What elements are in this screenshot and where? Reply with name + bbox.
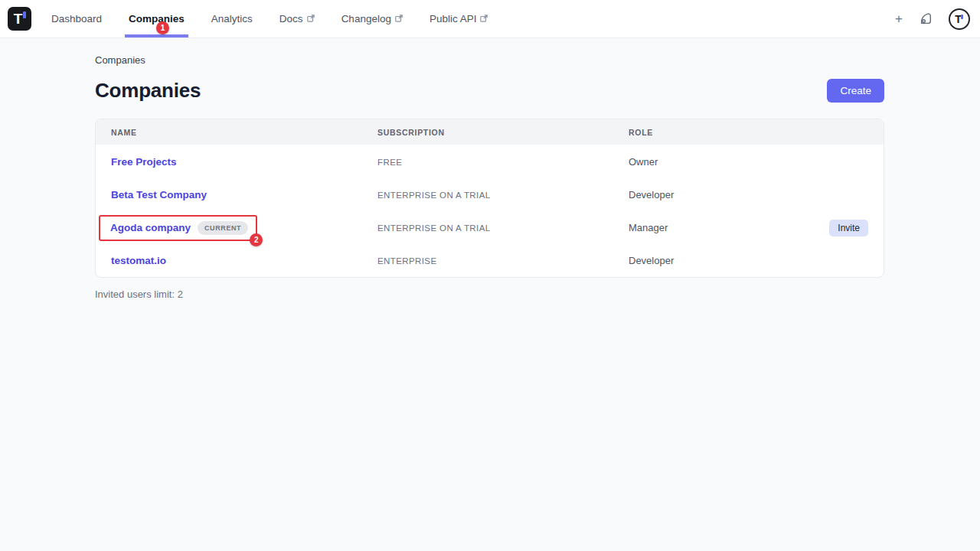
nav-item-companies[interactable]: Companies — [129, 0, 185, 37]
top-navigation: T Dashboard Companies Analytics Docs Cha… — [0, 0, 980, 38]
name-cell: Beta Test Company — [111, 189, 377, 201]
annotation-step-2: 2 — [250, 233, 263, 246]
page-title: Companies — [95, 79, 201, 103]
table-row: Beta Test Company ENTERPRISE ON A TRIAL … — [96, 178, 884, 211]
name-cell: Agoda company CURRENT 2 — [111, 215, 377, 241]
annotation-box: Beta Test Company — [111, 189, 207, 201]
company-link[interactable]: Free Projects — [111, 156, 177, 168]
table-header: Name Subscription Role — [96, 119, 884, 145]
annotation-box: Agoda company CURRENT 2 — [99, 215, 257, 241]
table-row: Agoda company CURRENT 2 ENTERPRISE ON A … — [96, 211, 884, 244]
subscription-cell: ENTERPRISE — [377, 256, 629, 266]
annotation-box: testomat.io — [111, 255, 166, 266]
subscription-cell: ENTERPRISE ON A TRIAL — [377, 223, 629, 233]
active-tab-underline — [125, 34, 188, 37]
company-link[interactable]: testomat.io — [111, 255, 166, 266]
invite-button[interactable]: Invite — [829, 220, 868, 236]
nav-label: Changelog — [341, 13, 391, 24]
external-link-icon — [307, 15, 315, 22]
main-content: Companies Companies Create Name Subscrip… — [0, 38, 980, 300]
name-cell: Free Projects — [111, 156, 377, 168]
role-cell: Developer — [629, 255, 868, 266]
nav-item-analytics[interactable]: Analytics — [211, 0, 253, 37]
column-header-subscription: Subscription — [377, 128, 629, 137]
nav-item-docs[interactable]: Docs — [279, 0, 315, 37]
annotation-step-1: 1 — [156, 21, 169, 34]
action-cell: Invite — [829, 220, 868, 236]
add-icon[interactable]: + — [895, 12, 903, 25]
name-cell: testomat.io — [111, 255, 377, 266]
nav-item-changelog[interactable]: Changelog — [341, 0, 403, 37]
company-link[interactable]: Beta Test Company — [111, 189, 207, 201]
role-cell: Developer — [629, 189, 868, 201]
subscription-cell: FREE — [377, 158, 629, 167]
external-link-icon — [395, 15, 403, 22]
nav-right-controls: + T — [895, 8, 972, 30]
external-link-icon — [480, 15, 488, 22]
main-nav: Dashboard Companies Analytics Docs Chang… — [51, 0, 488, 37]
nav-label: Docs — [279, 13, 303, 24]
column-header-role: Role — [629, 128, 868, 137]
company-link[interactable]: Agoda company — [110, 222, 191, 233]
invited-users-limit: Invited users limit: 2 — [95, 289, 884, 300]
feed-icon[interactable] — [919, 12, 933, 26]
column-header-name: Name — [111, 128, 377, 137]
nav-item-public-api[interactable]: Public API — [430, 0, 488, 37]
table-row: testomat.io ENTERPRISE Developer — [96, 244, 884, 277]
current-badge: CURRENT — [198, 221, 248, 235]
breadcrumb[interactable]: Companies — [95, 54, 884, 66]
role-cell: Owner — [629, 156, 868, 168]
logo-letter: T — [14, 11, 23, 26]
app-logo[interactable]: T — [8, 7, 31, 31]
avatar-accent-tick — [961, 15, 963, 19]
table-row: Free Projects FREE Owner — [96, 145, 884, 178]
logo-accent-tick — [23, 11, 26, 18]
annotation-box: Free Projects — [111, 156, 177, 168]
title-row: Companies Create — [95, 79, 884, 103]
nav-item-dashboard[interactable]: Dashboard — [51, 0, 102, 37]
create-button[interactable]: Create — [827, 79, 884, 103]
nav-label: Public API — [430, 13, 477, 24]
table-body: Free Projects FREE Owner Beta Test Compa… — [96, 145, 884, 277]
subscription-cell: ENTERPRISE ON A TRIAL — [377, 191, 629, 200]
companies-table: Name Subscription Role Free Projects FRE… — [95, 119, 884, 278]
nav-label: Analytics — [211, 13, 253, 24]
nav-label: Dashboard — [51, 13, 102, 24]
user-avatar[interactable]: T — [949, 8, 970, 30]
nav-label: Companies — [129, 13, 185, 24]
role-cell: Manager — [629, 222, 829, 233]
